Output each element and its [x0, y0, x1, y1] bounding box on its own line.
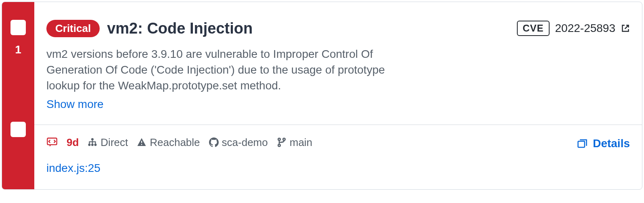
branch-label: main	[290, 136, 312, 149]
select-checkbox-top[interactable]	[10, 20, 26, 35]
repo-label: sca-demo	[222, 136, 268, 149]
show-more-link[interactable]: Show more	[46, 98, 104, 110]
content-area: Critical vm2: Code Injection CVE 2022-25…	[34, 2, 642, 189]
repo-name: sca-demo	[209, 136, 268, 149]
reachable-label: Reachable	[150, 136, 200, 149]
file-location-link[interactable]: index.js:25	[46, 162, 100, 174]
svg-point-3	[91, 144, 94, 146]
details-link[interactable]: Details	[577, 137, 630, 150]
age-label: 9d	[67, 136, 79, 149]
svg-point-1	[91, 138, 94, 141]
svg-point-7	[283, 138, 285, 140]
branch-name: main	[277, 136, 312, 149]
select-checkbox-bottom[interactable]	[10, 122, 26, 137]
hierarchy-icon	[88, 137, 97, 147]
bottom-section: 9d Direct	[34, 125, 642, 189]
warning-icon	[137, 137, 146, 147]
severity-sidebar: 1	[2, 2, 34, 189]
cve-label: CVE	[517, 21, 549, 36]
svg-point-2	[88, 144, 91, 146]
vulnerability-card: 1 Critical vm2: Code Injection CVE 2022-…	[2, 2, 642, 190]
cve-link[interactable]: CVE 2022-25893	[517, 21, 630, 36]
vulnerability-description: vm2 versions before 3.9.10 are vulnerabl…	[46, 46, 393, 94]
vulnerability-title: vm2: Code Injection	[107, 20, 253, 37]
branch-icon	[277, 137, 286, 147]
meta-row: 9d Direct	[46, 136, 630, 149]
count-label: 1	[15, 43, 21, 56]
dependency-type: Direct	[88, 136, 128, 149]
severity-badge: Critical	[46, 20, 100, 37]
cve-number: 2022-25893	[555, 22, 615, 35]
panel-icon	[577, 138, 588, 149]
external-link-icon	[621, 24, 630, 33]
reachable-status: Reachable	[137, 136, 200, 149]
github-icon	[209, 137, 219, 147]
svg-rect-9	[578, 141, 585, 147]
svg-point-4	[94, 144, 97, 146]
top-section: Critical vm2: Code Injection CVE 2022-25…	[34, 2, 642, 125]
svg-point-8	[278, 144, 280, 146]
details-label: Details	[593, 137, 630, 150]
svg-point-5	[141, 144, 142, 145]
svg-point-6	[278, 138, 280, 140]
dependency-type-label: Direct	[100, 136, 128, 149]
code-comment-icon	[46, 137, 58, 148]
